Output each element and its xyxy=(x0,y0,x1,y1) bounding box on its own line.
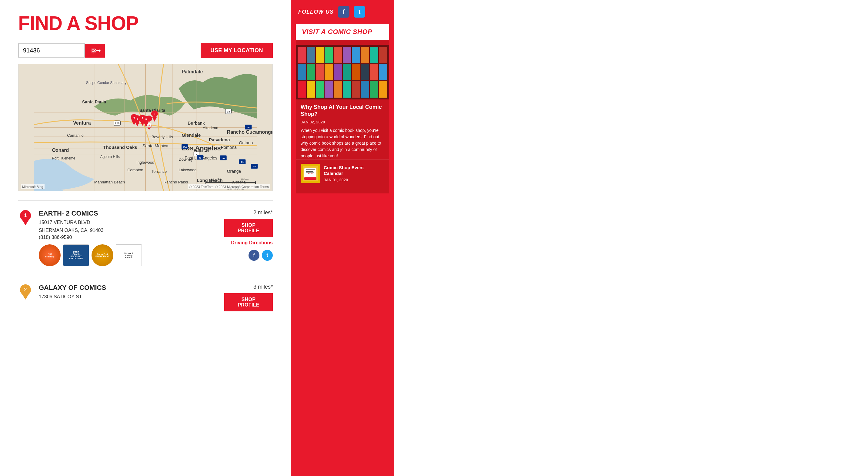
search-bar: GO USE MY LOCATION xyxy=(18,43,273,58)
svg-text:Glendale: Glendale xyxy=(182,132,200,138)
svg-rect-96 xyxy=(306,171,313,172)
sidebar-article-title: Why Shop At Your Local Comic Shop? xyxy=(296,104,389,118)
comic-book xyxy=(324,47,333,63)
page-title: FIND A SHOP xyxy=(18,12,273,35)
svg-text:Manhattan Beach: Manhattan Beach xyxy=(94,180,125,184)
sidebar-card-title-text: VISIT A COMIC SHOP xyxy=(302,28,372,35)
svg-rect-97 xyxy=(306,173,314,173)
sidebar-card-title: VISIT A COMIC SHOP xyxy=(296,24,389,40)
shop-twitter-1[interactable]: t xyxy=(262,250,273,261)
sidebar-card: VISIT A COMIC SHOP xyxy=(296,24,389,194)
comic-book xyxy=(352,81,360,98)
shop-name-1: EARTH- 2 COMICS xyxy=(39,209,218,217)
sidebar-link-date: JAN 01, 2020 xyxy=(324,178,384,182)
shop-social-1: f t xyxy=(249,250,273,261)
comic-book xyxy=(324,64,333,81)
comic-book xyxy=(324,81,333,98)
comic-book xyxy=(298,64,306,81)
svg-text:Lakewood: Lakewood xyxy=(179,168,196,172)
shop-pin-1: 1 xyxy=(18,209,33,227)
shop-facebook-1[interactable]: f xyxy=(249,250,259,261)
shop-info-1: EARTH- 2 COMICS 15017 VENTURA BLVD SHERM… xyxy=(39,209,218,266)
shop-distance-1: 2 miles* xyxy=(253,209,273,216)
svg-text:Oxnard: Oxnard xyxy=(52,148,69,153)
shop-profile-button-2[interactable]: SHOP PROFILE xyxy=(224,293,273,311)
comic-book xyxy=(316,64,324,81)
svg-text:6: 6 xyxy=(154,112,155,116)
badge-comicfest: ComicFestPARTICIPANT xyxy=(92,244,113,266)
follow-facebook-button[interactable]: f xyxy=(338,6,349,18)
sidebar: FOLLOW US f t VISIT A COMIC SHOP xyxy=(291,0,394,476)
svg-text:Palmdale: Palmdale xyxy=(182,69,203,74)
svg-text:Ontario: Ontario xyxy=(239,140,253,145)
svg-text:Torrance: Torrance xyxy=(152,169,167,174)
shop-listing-2: 2 GALAXY OF COMICS 17306 SATICOY ST 3 mi… xyxy=(18,275,273,320)
svg-rect-95 xyxy=(306,170,315,170)
svg-text:Camarillo: Camarillo xyxy=(67,133,84,138)
svg-text:Santa Monica: Santa Monica xyxy=(143,143,168,148)
comic-book xyxy=(334,81,342,98)
shop-actions-2: 3 miles* SHOP PROFILE xyxy=(224,284,273,311)
sidebar-link-title: Comic Shop Event Calendar xyxy=(324,165,384,176)
svg-text:Port Hueneme: Port Hueneme xyxy=(52,156,75,160)
sidebar-link-item[interactable]: 2020 Comic Shop Event Calendar JAN 01, 2… xyxy=(296,159,389,187)
shop-profile-button-1[interactable]: SHOP PROFILE xyxy=(224,219,273,237)
follow-twitter-button[interactable]: t xyxy=(354,6,365,18)
svg-text:Beverly Hills: Beverly Hills xyxy=(152,135,173,139)
driving-directions-link-1[interactable]: Driving Directions xyxy=(231,240,273,245)
comic-book xyxy=(298,81,306,98)
comic-book xyxy=(379,81,387,98)
shop-pin-2: 2 xyxy=(18,284,33,301)
shop-info-2: GALAXY OF COMICS 17306 SATICOY ST xyxy=(39,284,218,311)
follow-us-bar: FOLLOW US f t xyxy=(291,0,394,24)
comic-book xyxy=(343,47,351,63)
svg-text:5: 5 xyxy=(145,118,147,121)
svg-text:Pasadena: Pasadena xyxy=(209,137,230,142)
svg-text:134: 134 xyxy=(183,146,187,149)
use-my-location-button[interactable]: USE MY LOCATION xyxy=(200,43,273,58)
go-button[interactable]: GO xyxy=(85,44,105,58)
svg-text:25 km: 25 km xyxy=(240,178,249,181)
svg-text:2: 2 xyxy=(24,287,27,292)
comic-book xyxy=(352,47,360,63)
svg-text:Inglewood: Inglewood xyxy=(136,160,154,165)
follow-us-label: FOLLOW US xyxy=(298,9,334,15)
svg-text:10 miles: 10 miles xyxy=(211,178,222,181)
svg-text:Agoura Hills: Agoura Hills xyxy=(100,155,120,159)
comic-book xyxy=(361,47,369,63)
svg-text:Compton: Compton xyxy=(127,168,143,172)
shop-address1-2: 17306 SATICOY ST xyxy=(39,293,218,301)
comic-book xyxy=(361,64,369,81)
comic-book xyxy=(370,64,378,81)
svg-text:Rancho Cucamonga: Rancho Cucamonga xyxy=(227,129,273,135)
sidebar-link-info: Comic Shop Event Calendar JAN 01, 2020 xyxy=(324,165,384,182)
shop-badges-1: KidFriendly FREECOMICBOOK DAYPARTICIPANT… xyxy=(39,244,218,266)
svg-text:40: 40 xyxy=(199,156,202,159)
comic-book xyxy=(298,47,306,63)
comic-book xyxy=(316,81,324,98)
svg-text:Altadena: Altadena xyxy=(203,125,218,130)
comic-book xyxy=(343,64,351,81)
map-attribution-right: © 2023 TomTom, © 2023 Microsoft Corporat… xyxy=(188,184,270,189)
zip-input[interactable] xyxy=(18,43,85,58)
comic-book xyxy=(370,47,378,63)
shop-listing-1: 1 EARTH- 2 COMICS 15017 VENTURA BLVD SHE… xyxy=(18,200,273,275)
sidebar-comic-image xyxy=(296,45,389,99)
shop-name-2: GALAXY OF COMICS xyxy=(39,284,218,292)
comic-book xyxy=(334,64,342,81)
sidebar-article-date: JAN 02, 2020 xyxy=(296,120,389,124)
svg-text:Pomona: Pomona xyxy=(221,145,237,150)
svg-text:14: 14 xyxy=(227,110,230,113)
comic-shelf xyxy=(296,45,389,99)
shop-phone-1: (818) 386-9590 xyxy=(39,235,218,240)
comic-book xyxy=(370,81,378,98)
svg-rect-93 xyxy=(304,177,316,180)
svg-text:210: 210 xyxy=(246,126,251,129)
comic-book xyxy=(379,47,387,63)
sidebar-link-thumbnail: 2020 xyxy=(301,164,320,183)
shop-address2-1: SHERMAN OAKS, CA, 91403 xyxy=(39,227,218,234)
svg-text:4: 4 xyxy=(133,116,135,119)
sidebar-article-text: When you visit a comic book shop, you're… xyxy=(296,127,389,159)
comic-book xyxy=(379,64,387,81)
map-attribution-left: Microsoft Bing xyxy=(21,184,44,189)
